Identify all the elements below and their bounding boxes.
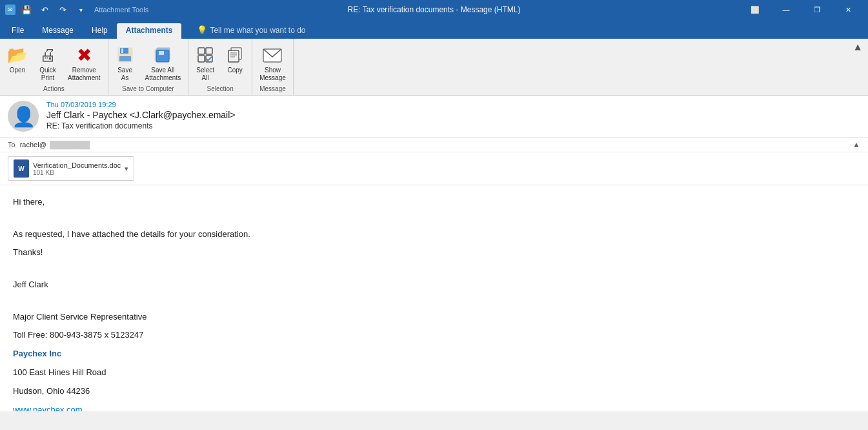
- attachment-dropdown-arrow[interactable]: ▾: [125, 165, 128, 173]
- maximize-button[interactable]: ❐: [802, 0, 832, 19]
- body-line-3: Jeff Clark: [13, 278, 855, 292]
- message-window: 👤 Thu 07/03/2019 19:29 Jeff Clark - Payc…: [0, 96, 868, 411]
- message-group: Show Message Message: [252, 39, 294, 95]
- save-as-label: Save As: [117, 67, 132, 82]
- redo-button[interactable]: ↷: [56, 3, 70, 17]
- body-line-2: Thanks!: [13, 246, 855, 260]
- avatar: 👤: [8, 101, 39, 132]
- word-icon: W: [14, 159, 29, 178]
- actions-group-label: Actions: [3, 84, 105, 95]
- svg-rect-1: [120, 48, 128, 54]
- open-label: Open: [10, 67, 25, 74]
- app-icon: ✉: [5, 5, 15, 15]
- email-meta-row: 👤 Thu 07/03/2019 19:29 Jeff Clark - Payc…: [8, 101, 860, 132]
- ribbon-toolbar: 📂 Open 🖨 Quick Print ✖ Remove Attachment…: [0, 39, 868, 96]
- ribbon-collapse-button[interactable]: ▲: [847, 39, 868, 95]
- save-all-attachments-button[interactable]: Save All Attachments: [141, 41, 186, 84]
- copy-label: Copy: [228, 67, 243, 74]
- selection-group: Select All Copy Selection: [188, 39, 252, 95]
- title-bar: ✉ 💾 ↶ ↷ ▾ Attachment Tools RE: Tax verif…: [0, 0, 868, 19]
- restore-small-button[interactable]: ⬜: [740, 0, 770, 19]
- attachment-item[interactable]: W Verification_Documents.doc 101 KB ▾: [8, 156, 134, 181]
- svg-rect-3: [119, 56, 131, 61]
- attachment-size: 101 KB: [33, 169, 121, 176]
- email-info: Thu 07/03/2019 19:29 Jeff Clark - Payche…: [46, 101, 860, 130]
- svg-rect-10: [198, 56, 205, 62]
- tell-me-bar[interactable]: 💡 Tell me what you want to do: [188, 23, 314, 39]
- actions-group: 📂 Open 🖨 Quick Print ✖ Remove Attachment…: [0, 39, 108, 95]
- open-button[interactable]: 📂 Open: [3, 41, 32, 76]
- select-all-label: Select All: [196, 67, 214, 82]
- save-group-label: Save to Computer: [111, 84, 186, 95]
- email-header: 👤 Thu 07/03/2019 19:29 Jeff Clark - Payc…: [0, 96, 868, 138]
- to-value: rachel@: [20, 141, 46, 148]
- attach-info: Verification_Documents.doc 101 KB: [33, 161, 121, 176]
- quick-print-label: Quick Print: [39, 67, 56, 82]
- undo-button[interactable]: ↶: [37, 3, 52, 17]
- save-as-icon: [116, 45, 134, 65]
- close-button[interactable]: ✕: [833, 0, 863, 19]
- tell-me-label: Tell me what you want to do: [210, 26, 305, 35]
- to-redacted: ████████: [50, 141, 90, 148]
- svg-rect-2: [121, 48, 123, 53]
- svg-rect-9: [206, 48, 212, 54]
- body-address-1: 100 East Hines Hill Road: [13, 366, 855, 380]
- email-body: Hi there, As requested, I have attached …: [0, 185, 868, 411]
- body-line-4: Major Client Service Representative: [13, 311, 855, 324]
- show-message-label: Show Message: [259, 67, 286, 82]
- save-as-button[interactable]: Save As: [111, 41, 139, 84]
- select-all-icon: [196, 45, 214, 65]
- minimize-button[interactable]: —: [771, 0, 801, 19]
- remove-attachment-button[interactable]: ✖ Remove Attachment: [63, 41, 105, 84]
- svg-rect-13: [228, 50, 239, 62]
- copy-icon: [226, 45, 244, 65]
- selection-buttons: Select All Copy: [191, 41, 249, 84]
- email-subject: RE: Tax verification documents: [46, 121, 860, 130]
- to-label: To: [8, 141, 15, 148]
- actions-buttons: 📂 Open 🖨 Quick Print ✖ Remove Attachment: [3, 41, 105, 84]
- avatar-icon: 👤: [12, 105, 35, 128]
- body-line-1: As requested, I have attached the detail…: [13, 228, 855, 241]
- message-buttons: Show Message: [255, 41, 290, 84]
- show-message-button[interactable]: Show Message: [255, 41, 290, 84]
- quick-print-button[interactable]: 🖨 Quick Print: [34, 41, 62, 84]
- attachment-name: Verification_Documents.doc: [33, 161, 121, 169]
- tab-message[interactable]: Message: [33, 23, 83, 39]
- save-all-icon: [154, 45, 172, 65]
- save-button[interactable]: 💾: [19, 3, 34, 17]
- copy-button[interactable]: Copy: [221, 41, 249, 76]
- attachment-bar: W Verification_Documents.doc 101 KB ▾: [0, 152, 868, 185]
- title-bar-left: ✉ 💾 ↶ ↷ ▾ Attachment Tools: [5, 3, 148, 17]
- save-buttons: Save As Save All Attachments: [111, 41, 186, 84]
- open-icon: 📂: [7, 45, 28, 65]
- body-line-5: Toll Free: 800-943-3875 x 5123247: [13, 329, 855, 342]
- window-title: RE: Tax verification documents - Message…: [348, 5, 521, 14]
- svg-rect-8: [198, 48, 205, 54]
- tab-help[interactable]: Help: [83, 23, 117, 39]
- email-timestamp: Thu 07/03/2019 19:29: [46, 101, 860, 108]
- more-button[interactable]: ▾: [74, 3, 88, 17]
- company-name: Paychex Inc: [13, 347, 855, 361]
- save-all-label: Save All Attachments: [145, 67, 181, 82]
- email-from: Jeff Clark - Paychex <J.Clark@paychex.em…: [46, 110, 860, 120]
- remove-icon: ✖: [77, 45, 92, 65]
- ribbon-tab-label: Attachment Tools: [94, 6, 148, 14]
- remove-attachment-label: Remove Attachment: [68, 67, 101, 82]
- email-to-row: To rachel@ ████████ ▲: [0, 138, 868, 152]
- window-controls: ⬜ — ❐ ✕: [740, 0, 863, 19]
- collapse-header-button[interactable]: ▲: [853, 140, 860, 149]
- show-message-icon: [262, 45, 283, 65]
- message-group-label: Message: [255, 84, 290, 95]
- save-to-computer-group: Save As Save All Attachments Save to Com…: [108, 39, 189, 95]
- tab-attachments[interactable]: Attachments: [117, 23, 182, 39]
- lightbulb-icon: 💡: [197, 25, 207, 35]
- body-line-0: Hi there,: [13, 196, 855, 209]
- select-all-button[interactable]: Select All: [191, 41, 219, 84]
- ribbon-tabs: File Message Help Attachments 💡 Tell me …: [0, 19, 868, 39]
- selection-group-label: Selection: [191, 84, 249, 95]
- print-icon: 🖨: [39, 45, 56, 65]
- paychex-website-link[interactable]: www.paychex.com: [13, 405, 83, 411]
- tab-file[interactable]: File: [3, 23, 33, 39]
- body-address-2: Hudson, Ohio 44236: [13, 385, 855, 398]
- svg-rect-7: [159, 51, 164, 55]
